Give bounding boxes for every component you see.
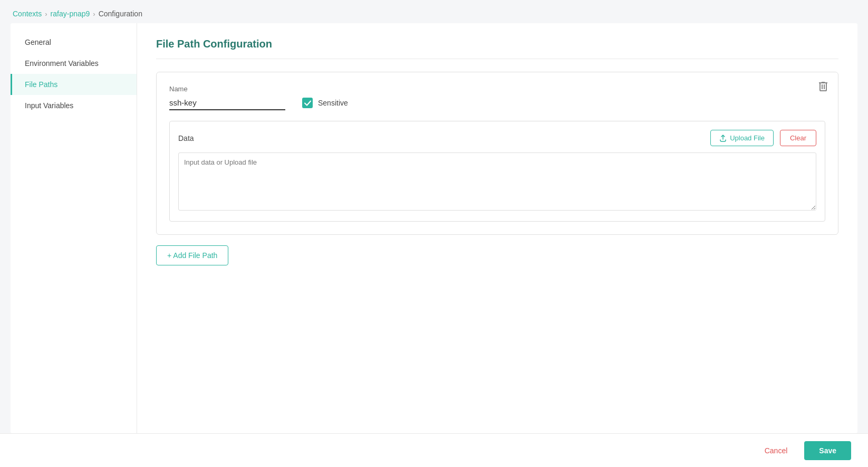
breadcrumb-sep2: › (93, 10, 95, 18)
name-input[interactable] (169, 96, 285, 110)
sidebar-item-input-variables[interactable]: Input Variables (11, 95, 137, 116)
breadcrumb-current: Configuration (99, 9, 142, 18)
upload-file-label: Upload File (730, 134, 765, 142)
data-section: Data Upload File Clear (169, 121, 825, 222)
add-file-path-button[interactable]: + Add File Path (156, 245, 228, 265)
sensitive-label: Sensitive (318, 99, 348, 107)
page-title: File Path Configuration (156, 38, 838, 50)
breadcrumb-contexts[interactable]: Contexts (13, 9, 42, 18)
sidebar-item-environment-variables[interactable]: Environment Variables (11, 53, 137, 74)
sidebar: General Environment Variables File Paths… (11, 23, 137, 433)
clear-button[interactable]: Clear (780, 130, 816, 146)
name-field: Name (169, 85, 285, 110)
breadcrumb: Contexts › rafay-pnap9 › Configuration (0, 0, 868, 23)
sensitive-checkbox[interactable] (302, 98, 313, 108)
name-label: Name (169, 85, 285, 93)
cancel-button[interactable]: Cancel (756, 442, 796, 459)
file-path-card: Name Sensitive Data (156, 72, 838, 235)
sidebar-item-general[interactable]: General (11, 32, 137, 53)
delete-button[interactable] (817, 80, 830, 96)
data-textarea[interactable] (178, 153, 816, 211)
save-button[interactable]: Save (804, 441, 851, 460)
upload-file-button[interactable]: Upload File (710, 130, 774, 146)
add-file-path-label: + Add File Path (167, 251, 217, 260)
data-label: Data (178, 134, 704, 142)
footer: Cancel Save (0, 433, 868, 467)
divider (156, 59, 838, 59)
breadcrumb-sep1: › (45, 10, 47, 18)
sensitive-row: Sensitive (302, 98, 348, 110)
content-area: File Path Configuration Name (137, 23, 857, 433)
breadcrumb-context-name[interactable]: rafay-pnap9 (51, 9, 90, 18)
data-header: Data Upload File Clear (178, 130, 816, 146)
main-layout: General Environment Variables File Paths… (11, 23, 857, 433)
sidebar-item-file-paths[interactable]: File Paths (11, 74, 137, 95)
form-row: Name Sensitive (169, 85, 825, 110)
